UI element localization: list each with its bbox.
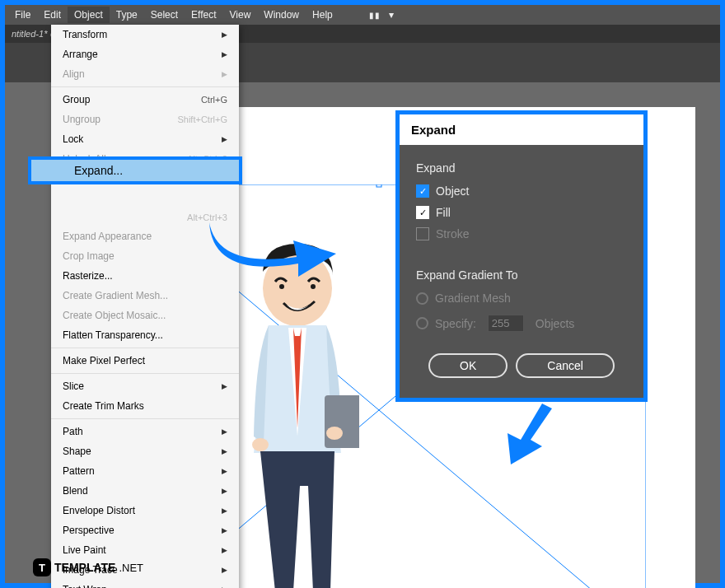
ok-button[interactable]: OK [428, 353, 508, 378]
chevron-right-icon: ▶ [222, 135, 227, 143]
chevron-right-icon: ▶ [222, 506, 227, 515]
watermark-icon: T [33, 558, 51, 576]
dash-icon: ▮▮ [364, 11, 386, 20]
character-illustration [236, 239, 359, 588]
menu-item-path[interactable]: Path▶ [51, 422, 239, 441]
watermark: T TEMPLATE.NET [33, 558, 143, 576]
chevron-right-icon: ▶ [222, 526, 227, 534]
annotation-arrow-to-dialog [206, 219, 338, 277]
menu-item-arrange[interactable]: Arrange▶ [51, 44, 239, 64]
menu-item-align: Align▶ [51, 64, 239, 84]
arrange-docs-icon[interactable]: ▾ [386, 9, 397, 21]
menu-item-slice[interactable]: Slice▶ [51, 376, 239, 396]
watermark-suffix: .NET [119, 562, 143, 574]
menu-item-ungroup: UngroupShift+Ctrl+G [51, 110, 239, 129]
chevron-right-icon: ▶ [222, 30, 227, 39]
menubar-item-file[interactable]: File [8, 7, 37, 23]
menu-item-transform[interactable]: Transform▶ [51, 25, 239, 44]
fill-checkbox-label: Fill [436, 206, 451, 219]
chevron-right-icon: ▶ [222, 50, 227, 58]
menu-item-group[interactable]: GroupCtrl+G [51, 90, 239, 110]
chevron-right-icon: ▶ [222, 382, 227, 390]
menubar-item-view[interactable]: View [223, 7, 258, 23]
menu-separator [51, 348, 239, 348]
app-frame: FileEditObjectTypeSelectEffectViewWindow… [5, 5, 720, 583]
menu-item-create-gradient-mesh: Create Gradient Mesh... [51, 286, 239, 306]
expand-section-label: Expand [416, 161, 627, 175]
cancel-button[interactable]: Cancel [516, 353, 615, 378]
menu-item-perspective[interactable]: Perspective▶ [51, 520, 239, 540]
specify-radio[interactable] [416, 317, 428, 329]
gradient-section-label: Expand Gradient To [416, 268, 627, 282]
menu-item-create-trim-marks[interactable]: Create Trim Marks [51, 396, 239, 416]
objects-label: Objects [536, 317, 574, 330]
menubar-item-window[interactable]: Window [257, 7, 306, 23]
menu-item-live-paint[interactable]: Live Paint▶ [51, 540, 239, 560]
dialog-title: Expand [400, 114, 643, 145]
chevron-right-icon: ▶ [222, 546, 227, 554]
watermark-brand: TEMPLATE [54, 561, 115, 574]
menu-item-make-pixel-perfect[interactable]: Make Pixel Perfect [51, 351, 239, 371]
menu-item-lock[interactable]: Lock▶ [51, 129, 239, 149]
menu-item-text-wrap[interactable]: Text Wrap▶ [51, 580, 239, 588]
stroke-checkbox-label: Stroke [436, 227, 469, 240]
svg-point-11 [326, 427, 343, 440]
specify-input[interactable] [488, 315, 524, 332]
menubar-item-edit[interactable]: Edit [37, 7, 68, 23]
menu-item-blend[interactable]: Blend▶ [51, 481, 239, 501]
chevron-right-icon: ▶ [222, 487, 227, 495]
menubar: FileEditObjectTypeSelectEffectViewWindow… [5, 5, 720, 25]
chevron-right-icon: ▶ [222, 447, 227, 455]
menubar-item-object[interactable]: Object [68, 7, 110, 23]
object-checkbox[interactable]: ✓ [416, 184, 429, 198]
object-menu-dropdown: Transform▶Arrange▶Align▶GroupCtrl+GUngro… [51, 25, 239, 588]
svg-point-7 [279, 284, 284, 289]
chevron-right-icon: ▶ [222, 566, 227, 574]
menu-separator [51, 418, 239, 419]
specify-label: Specify: [435, 317, 476, 330]
fill-checkbox[interactable]: ✓ [416, 206, 429, 219]
menubar-item-select[interactable]: Select [144, 7, 185, 23]
chevron-right-icon: ▶ [222, 427, 227, 436]
menu-separator [51, 86, 239, 87]
menubar-item-effect[interactable]: Effect [185, 7, 222, 23]
gradient-mesh-label: Gradient Mesh [435, 292, 511, 305]
expand-dialog: Expand Expand ✓ Object ✓ Fill Stroke Exp… [395, 110, 648, 402]
chevron-right-icon: ▶ [222, 70, 227, 78]
svg-point-9 [252, 438, 269, 451]
menu-item-pattern[interactable]: Pattern▶ [51, 461, 239, 481]
menu-item-shape[interactable]: Shape▶ [51, 441, 239, 461]
menubar-item-help[interactable]: Help [306, 7, 339, 23]
stroke-checkbox[interactable] [416, 227, 429, 240]
menu-item-create-object-mosaic: Create Object Mosaic... [51, 306, 239, 325]
menubar-item-type[interactable]: Type [110, 7, 144, 23]
expand-menu-item-highlight[interactable]: Expand... [28, 156, 242, 184]
object-checkbox-label: Object [436, 184, 469, 198]
gradient-mesh-radio[interactable] [416, 292, 428, 305]
chevron-right-icon: ▶ [222, 467, 227, 475]
annotation-arrow-to-ok [499, 400, 557, 466]
svg-point-8 [311, 284, 316, 289]
menu-separator [51, 373, 239, 374]
menu-item-flatten-transparency[interactable]: Flatten Transparency... [51, 325, 239, 345]
menu-item-envelope-distort[interactable]: Envelope Distort▶ [51, 501, 239, 520]
svg-rect-10 [325, 395, 359, 448]
